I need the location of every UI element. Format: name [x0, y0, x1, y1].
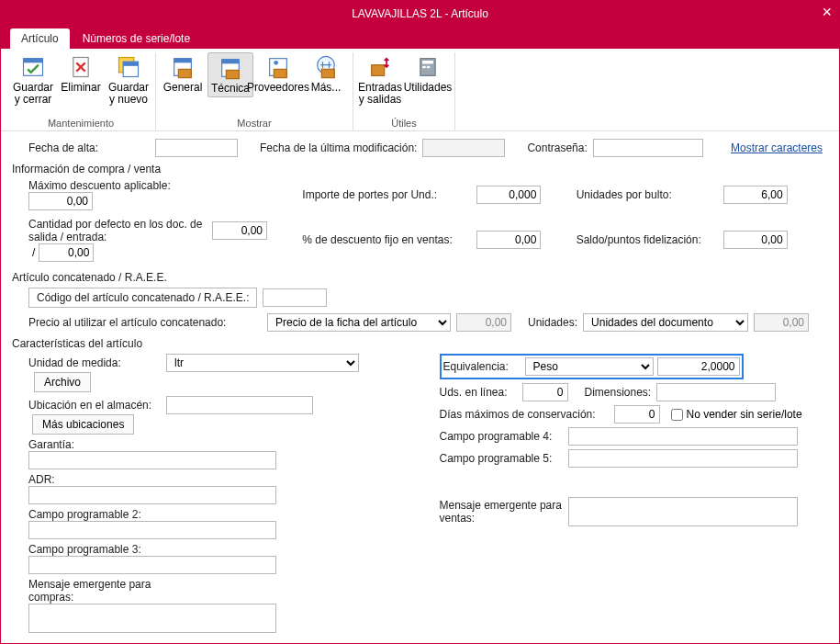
lbl-cp5: Campo programable 5:	[440, 452, 568, 465]
inp-dimensiones[interactable]	[656, 383, 776, 401]
inp-garantia[interactable]	[28, 451, 276, 469]
btn-general[interactable]: General	[160, 52, 206, 97]
btn-entradas-salidas[interactable]: Entradas y salidas	[357, 52, 403, 107]
sel-unidades-concat[interactable]: Unidades del documento	[583, 313, 748, 332]
lbl-msg-ventas: Mensaje emergente para ventas:	[440, 499, 568, 525]
link-mostrar-caracteres[interactable]: Mostrar caracteres	[731, 141, 823, 154]
sel-equivalencia[interactable]: Peso	[525, 357, 654, 376]
lbl-dias-max: Días máximos de conservación:	[440, 408, 614, 421]
svg-rect-10	[222, 60, 240, 64]
lbl-precio-concat: Precio al utilizar el artículo concatena…	[28, 316, 267, 329]
svg-rect-11	[226, 70, 239, 78]
inp-fecha-mod	[422, 139, 505, 157]
section-concat: Artículo concatenado / R.A.E.E.	[12, 271, 823, 284]
inp-codigo-concat[interactable]	[263, 288, 327, 307]
btn-archivo[interactable]: Archivo	[34, 372, 91, 392]
inp-cp4[interactable]	[568, 427, 798, 446]
ribbon-group-mant: Mantenimiento	[48, 116, 114, 130]
ribbon-group-mostrar: Mostrar	[237, 116, 271, 130]
tab-bar: Artículo Números de serie/lote	[1, 27, 839, 49]
inp-cant-def-sal[interactable]	[212, 221, 267, 240]
inp-fecha-alta[interactable]	[155, 139, 238, 157]
inp-adr[interactable]	[28, 486, 276, 504]
inp-contrasena[interactable]	[593, 139, 703, 157]
lbl-cp2: Campo programable 2:	[28, 508, 166, 521]
inp-ubicacion[interactable]	[166, 396, 313, 414]
lbl-unidades-concat: Unidades:	[528, 316, 577, 329]
close-icon[interactable]: ×	[822, 3, 832, 22]
lbl-equivalencia: Equivalencia:	[443, 360, 521, 373]
ribbon-group-utiles: Útiles	[391, 116, 417, 130]
tab-articulo[interactable]: Artículo	[10, 28, 70, 49]
btn-utilidades[interactable]: Utilidades	[405, 52, 451, 107]
lbl-imp-portes: Importe de portes por Und.:	[302, 188, 476, 201]
lbl-uds-linea: Uds. en línea:	[440, 386, 522, 399]
svg-rect-5	[123, 62, 138, 66]
inp-precio-concat	[456, 313, 511, 332]
svg-rect-1	[24, 59, 43, 63]
lbl-ubicacion: Ubicación en el almacén:	[28, 399, 166, 412]
inp-saldo[interactable]	[723, 231, 788, 249]
btn-proveedores[interactable]: Proveedores	[255, 52, 301, 97]
section-compra-venta: Información de compra / venta	[12, 163, 823, 175]
chk-no-vender[interactable]	[671, 409, 683, 421]
inp-uds-linea[interactable]	[522, 383, 568, 401]
inp-cant-def-ent[interactable]	[39, 243, 94, 262]
lbl-fecha-alta: Fecha de alta:	[17, 141, 155, 154]
inp-equivalencia[interactable]	[657, 357, 740, 376]
lbl-no-vender: No vender sin serie/lote	[687, 408, 802, 421]
lbl-sep: /	[28, 246, 39, 259]
lbl-cant-def: Cantidad por defecto en los doc. de sali…	[28, 218, 212, 243]
lbl-max-desc: Máximo descuento aplicable:	[28, 179, 212, 192]
btn-mas[interactable]: Más...	[303, 52, 349, 97]
svg-rect-7	[174, 59, 192, 63]
lbl-msg-compras: Mensaje emergente para compras:	[28, 578, 166, 604]
btn-eliminar[interactable]: Eliminar	[58, 52, 104, 107]
lbl-contrasena: Contraseña:	[527, 141, 587, 154]
inp-unidades-concat	[754, 313, 809, 332]
ta-msg-ventas[interactable]	[568, 497, 798, 526]
lbl-saldo: Saldo/puntos fidelización:	[577, 233, 723, 246]
sel-ud-medida[interactable]: ltr	[166, 354, 359, 372]
tab-series[interactable]: Números de serie/lote	[72, 28, 201, 49]
inp-imp-portes[interactable]	[476, 186, 541, 204]
lbl-cp3: Campo programable 3:	[28, 543, 166, 556]
lbl-fecha-mod: Fecha de la última modificación:	[260, 141, 417, 154]
lbl-adr: ADR:	[28, 473, 166, 486]
btn-mas-ubic[interactable]: Más ubicaciones	[32, 414, 134, 435]
lbl-codigo-concat[interactable]: Código del artículo concatenado / R.A.E.…	[28, 288, 257, 308]
inp-cp2[interactable]	[28, 521, 276, 539]
svg-rect-8	[178, 69, 191, 77]
inp-max-desc[interactable]	[28, 192, 93, 210]
lbl-ud-medida: Unidad de medida:	[28, 356, 166, 369]
ta-msg-compras[interactable]	[28, 604, 276, 633]
inp-uds-bulto[interactable]	[723, 186, 788, 204]
lbl-dimensiones: Dimensiones:	[585, 386, 652, 399]
section-caract: Características del artículo	[12, 337, 823, 350]
lbl-pct-desc: % de descuento fijo en ventas:	[302, 233, 476, 246]
btn-guardar-nuevo[interactable]: Guardar y nuevo	[106, 52, 151, 107]
svg-point-13	[274, 61, 278, 65]
lbl-uds-bulto: Unidades por bulto:	[577, 188, 723, 201]
svg-rect-20	[422, 66, 426, 68]
inp-cp5[interactable]	[568, 449, 798, 468]
inp-dias-max[interactable]	[614, 405, 660, 424]
ribbon: Guardar y cerrar Eliminar Guardar y nuev…	[1, 49, 839, 131]
btn-guardar-cerrar[interactable]: Guardar y cerrar	[10, 52, 56, 107]
inp-cp3[interactable]	[28, 556, 276, 574]
sel-precio-concat[interactable]: Precio de la ficha del artículo	[267, 313, 451, 332]
svg-rect-21	[427, 66, 431, 68]
window-title: LAVAVAJILLAS 2L - Artículo	[352, 7, 488, 20]
lbl-garantia: Garantía:	[28, 438, 166, 451]
inp-pct-desc[interactable]	[476, 231, 541, 249]
svg-rect-17	[372, 65, 385, 76]
lbl-cp4: Campo programable 4:	[440, 430, 568, 443]
titlebar: LAVAVAJILLAS 2L - Artículo ×	[1, 1, 839, 27]
svg-rect-19	[422, 61, 433, 64]
svg-rect-16	[321, 69, 334, 77]
svg-rect-14	[274, 69, 286, 77]
